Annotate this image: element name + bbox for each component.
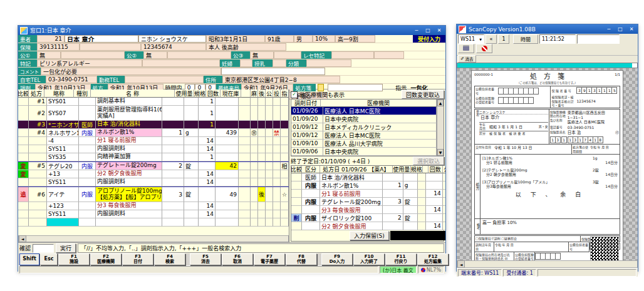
scancopy-window: ScanCopy Version1.08B ─ □ ✕ WS11▼ « 1 時間… [456, 24, 638, 272]
page-one-button[interactable]: 1 [498, 34, 509, 44]
main-titlebar[interactable]: 窓口1:日本 章介 ─ □ ✕ [18, 26, 445, 35]
detail-row[interactable]: 内服ネルボン散1%1g [291, 181, 445, 190]
execute-button[interactable]: 実行 [56, 243, 76, 253]
comment-extra[interactable] [221, 68, 325, 75]
reload-times-button[interactable]: 回数変更取込 [402, 90, 444, 99]
print-button[interactable] [458, 44, 474, 53]
stop-button[interactable] [476, 44, 492, 53]
fkey-button-f12[interactable]: F12処方編集 [417, 253, 449, 265]
detail-row[interactable]: 分3 毎食後服用14 [291, 206, 445, 214]
rece-tokki-value[interactable] [331, 51, 374, 59]
history-row[interactable]: 01/09/12日本メディカルクリニック [291, 123, 437, 131]
rx-header-cell: 公 [266, 89, 273, 98]
rx-row[interactable]: SYS11内服調剤料14 [18, 145, 289, 153]
patient-number[interactable]: 21 [37, 35, 65, 43]
qr-code [590, 237, 619, 260]
history-vscrollbar[interactable]: ▲ ▼ [437, 100, 444, 156]
minimize-icon[interactable]: ─ [412, 27, 421, 34]
scan-viewport[interactable]: 0000000-1 処 方 箋 1/1 (この処方箋は、どの保険薬局でも有効です… [457, 68, 638, 260]
prev-page-button[interactable]: « [486, 34, 497, 44]
pregnant-value[interactable] [240, 59, 252, 67]
allergy-value[interactable]: ピリン系アレルギー [37, 59, 142, 67]
comment-value[interactable]: 一包化が必要 [41, 68, 221, 75]
maximize-icon[interactable]: □ [616, 26, 625, 33]
fkey-button-f7[interactable]: F7電子薬歴 [254, 253, 285, 265]
rx-spacer [239, 137, 251, 145]
fkey-button-f1[interactable]: F1施設 [58, 253, 90, 265]
clear-tab[interactable]: ✐消去 [458, 55, 476, 63]
history-row[interactable]: 01/09/12医療法人 日本MC医院 [291, 131, 437, 140]
hscroll-left-icon[interactable]: ◄ [19, 235, 26, 242]
home-tel-value[interactable]: 03-3490-0751 [46, 76, 97, 83]
esc-key-button[interactable]: Esc [40, 253, 58, 265]
detail-row[interactable]: 分1 寝る前服用14 [291, 190, 445, 198]
scan-extra-field[interactable] [577, 34, 620, 44]
kohi2-value[interactable]: 無 [143, 51, 167, 59]
scroll-up-icon[interactable]: ▲ [437, 100, 444, 106]
terminal-select[interactable]: WS11▼ [458, 34, 484, 44]
rx-row[interactable]: #3*ニホンオサム医師日本 治/消化器科1 [18, 121, 289, 129]
rx-row[interactable]: SYS11内服調剤料14 [18, 210, 289, 218]
insurance-cert[interactable]: 12345674 [141, 43, 206, 51]
addr-value[interactable]: 東京都港区芝公園4丁目2−8 [222, 76, 340, 83]
minimize-icon[interactable]: ─ [605, 26, 613, 33]
rx-row[interactable]: SYS35向精神薬加算1 [18, 153, 289, 161]
history-row[interactable]: 01/09/10医療法人 品川大学病院 [291, 140, 437, 148]
rx-flag-dose [273, 218, 281, 227]
rx-row[interactable]: -4分1 寝る前服用14 [18, 137, 289, 145]
hold-input-button[interactable]: 入力保留(S) [350, 231, 389, 240]
fkey-button-f8[interactable]: F8代替 [286, 253, 317, 265]
rx-row[interactable]: 追#6アイテ内服アロプリノール錠100mg「ツルハラ」【処方薬】【般】アロプリノ… [18, 186, 289, 202]
history-row[interactable]: 01/09/20日本中央病院 [291, 115, 437, 123]
rx-row[interactable]: 変#5テグレ20内服テグレトール錠200mg2錠42相 [18, 161, 289, 170]
close-icon[interactable]: ✕ [627, 26, 636, 33]
kohi1-value[interactable]: 無 [37, 51, 61, 59]
rx-row[interactable]: SYS11内服調剤料14 [18, 178, 289, 186]
show-other-checkbox[interactable]: ✓ [291, 91, 298, 98]
fkey-button-f4[interactable]: F4検索 [154, 253, 185, 265]
fkey-button-f11[interactable]: F11行戻り [385, 253, 417, 265]
select-import-button[interactable]: 選択取込 [413, 156, 444, 165]
fkey-button-f3[interactable]: F3日付 [122, 253, 153, 265]
nursing-value[interactable] [273, 59, 286, 67]
patient-kana[interactable]: ニホン ショウスケ [138, 35, 206, 43]
fkey-button-f2[interactable]: F2医療機関 [90, 253, 122, 265]
accept-entry-badge[interactable]: 受付入力 [413, 35, 445, 43]
maximize-icon[interactable]: □ [423, 27, 432, 34]
insurance-number[interactable]: 39131115 [37, 43, 80, 51]
chevron-down-icon[interactable]: ▼ [479, 38, 482, 41]
confirm-input[interactable] [33, 244, 54, 253]
fkey-button-f6[interactable]: F6取消 [222, 253, 253, 265]
history-row[interactable]: 01/09/06日本中央病院 [291, 148, 437, 156]
detail-row[interactable]: 医師日本 治/消化器科 [291, 173, 445, 181]
patient-name[interactable]: 日本 章介 [65, 35, 138, 43]
hscroll-left-icon[interactable]: ◄ [457, 260, 465, 268]
detail-name: 分2 朝夕食後服用 [320, 222, 383, 230]
rx-hscrollbar[interactable]: ◄ [18, 235, 289, 242]
scan-hscrollbar[interactable]: ◄ [457, 260, 638, 268]
rx-row[interactable]: +123分3 毎食後服用14 [18, 202, 289, 210]
shift-key-button[interactable]: Shift [19, 253, 39, 265]
detail-row[interactable]: 内服テグレトール錠200mg3錠 [291, 198, 445, 206]
detail-row[interactable]: 削内服ザイロリック錠1002錠 [291, 214, 445, 222]
class-value[interactable] [306, 59, 351, 67]
rx-row[interactable]: #2SYS07薬剤服用歴管理指導料1(6月以内)[手帳実績A]1 [18, 106, 289, 121]
rx-row[interactable] [18, 218, 289, 227]
time-button[interactable]: 時間 [513, 34, 538, 44]
rx-row[interactable]: #1SYS01調剤基本料1 [18, 98, 289, 106]
fkey-button-f9[interactable]: F9Do入力 [321, 253, 353, 265]
rx-qty: 1 [162, 129, 184, 137]
scancopy-titlebar[interactable]: ScanCopy Version1.08B ─ □ ✕ [457, 24, 638, 34]
rx-row[interactable]: 変+13分2 朝夕食後服用14 [18, 170, 289, 178]
rx-row[interactable]: #4ネルホサン1内服ネルボン散1%1g439㊪禁 [18, 129, 289, 137]
rx-code: -4 [47, 137, 79, 145]
fkey-button-f10[interactable]: F10入力終了 [353, 253, 385, 265]
detail-row[interactable]: 分2 朝夕食後服用14 [291, 222, 445, 230]
rx-flag-generic [258, 202, 266, 210]
scroll-down-icon[interactable]: ▼ [437, 149, 444, 156]
close-icon[interactable]: ✕ [435, 27, 444, 34]
work-tel-value[interactable] [125, 76, 204, 83]
history-row[interactable]: 01/09/26医療法人 日本MC医院 [291, 107, 437, 115]
kohi3-value[interactable]: 無 [250, 51, 274, 59]
fkey-button-f5[interactable]: F5消去 [190, 253, 221, 265]
